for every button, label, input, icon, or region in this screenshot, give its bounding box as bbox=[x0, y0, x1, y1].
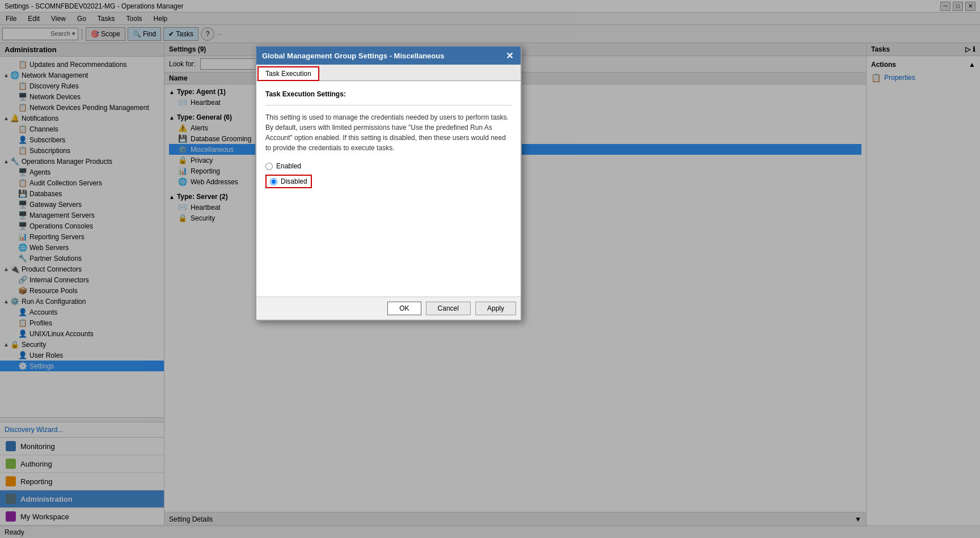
tab-task-execution[interactable]: Task Execution bbox=[257, 66, 319, 81]
radio-disabled-label: Disabled bbox=[281, 177, 307, 185]
cancel-button[interactable]: Cancel bbox=[426, 302, 471, 315]
tab-task-execution-label: Task Execution bbox=[265, 70, 311, 78]
radio-enabled[interactable]: Enabled bbox=[265, 162, 512, 170]
modal-title: Global Management Group Settings - Misce… bbox=[262, 52, 444, 60]
modal-footer: OK Cancel Apply bbox=[256, 296, 521, 320]
modal-section-title: Task Execution Settings: bbox=[265, 90, 512, 98]
modal-description: This setting is used to manage the crede… bbox=[265, 112, 512, 153]
radio-group: Enabled Disabled bbox=[265, 162, 512, 188]
modal-title-bar: Global Management Group Settings - Misce… bbox=[256, 46, 521, 65]
radio-disabled-input[interactable] bbox=[270, 178, 277, 185]
radio-enabled-input[interactable] bbox=[265, 163, 273, 170]
modal-dialog: Global Management Group Settings - Misce… bbox=[255, 45, 522, 321]
modal-body: Task Execution Settings: This setting is… bbox=[256, 81, 521, 296]
modal-overlay: Global Management Group Settings - Misce… bbox=[0, 0, 980, 538]
ok-button[interactable]: OK bbox=[387, 302, 421, 315]
apply-button[interactable]: Apply bbox=[475, 302, 516, 315]
radio-disabled[interactable]: Disabled bbox=[265, 175, 312, 188]
radio-enabled-label: Enabled bbox=[276, 162, 301, 170]
modal-tabs: Task Execution bbox=[256, 65, 521, 81]
modal-close-button[interactable]: ✕ bbox=[504, 50, 515, 61]
